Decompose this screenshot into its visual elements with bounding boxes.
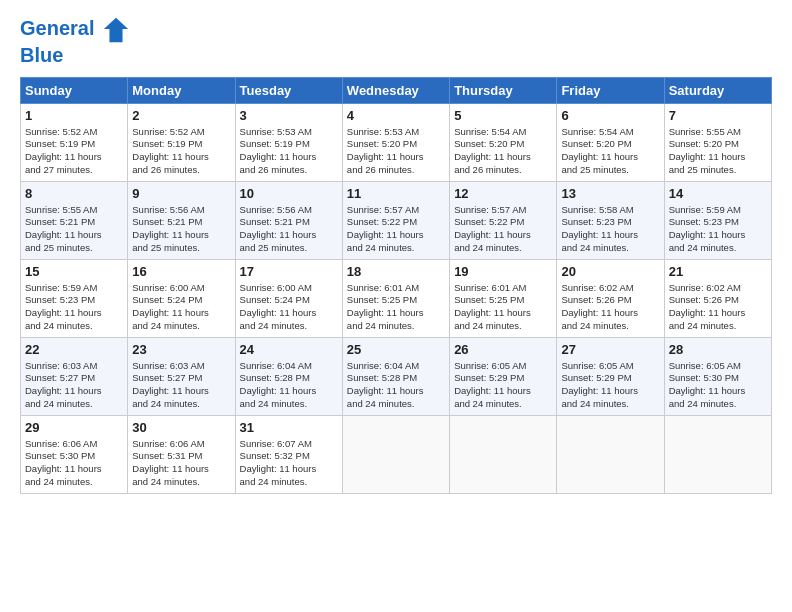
day-number: 15 <box>25 263 123 281</box>
cell-line: Daylight: 11 hours <box>347 307 445 320</box>
day-number: 6 <box>561 107 659 125</box>
calendar-cell <box>557 416 664 494</box>
cell-line: Daylight: 11 hours <box>561 151 659 164</box>
calendar-cell: 9Sunrise: 5:56 AMSunset: 5:21 PMDaylight… <box>128 182 235 260</box>
day-number: 7 <box>669 107 767 125</box>
cell-line: Daylight: 11 hours <box>454 229 552 242</box>
calendar-cell: 20Sunrise: 6:02 AMSunset: 5:26 PMDayligh… <box>557 260 664 338</box>
cell-line: and 25 minutes. <box>561 164 659 177</box>
day-number: 22 <box>25 341 123 359</box>
cell-line: Sunset: 5:22 PM <box>454 216 552 229</box>
day-number: 4 <box>347 107 445 125</box>
cell-line: Daylight: 11 hours <box>240 151 338 164</box>
calendar-cell <box>342 416 449 494</box>
cell-line: Sunset: 5:27 PM <box>132 372 230 385</box>
cell-line: and 24 minutes. <box>25 476 123 489</box>
cell-line: Sunset: 5:21 PM <box>240 216 338 229</box>
day-number: 24 <box>240 341 338 359</box>
day-number: 11 <box>347 185 445 203</box>
cell-line: Sunset: 5:19 PM <box>240 138 338 151</box>
cell-line: and 24 minutes. <box>669 242 767 255</box>
cell-line: Sunrise: 6:00 AM <box>240 282 338 295</box>
cell-line: and 25 minutes. <box>240 242 338 255</box>
cell-line: Daylight: 11 hours <box>240 307 338 320</box>
cell-line: Sunrise: 5:59 AM <box>669 204 767 217</box>
cell-line: Daylight: 11 hours <box>25 229 123 242</box>
page: General Blue SundayMondayTuesdayWednesda… <box>0 0 792 612</box>
calendar-cell: 27Sunrise: 6:05 AMSunset: 5:29 PMDayligh… <box>557 338 664 416</box>
cell-line: and 26 minutes. <box>454 164 552 177</box>
cell-line: Sunrise: 6:05 AM <box>669 360 767 373</box>
weekday-header-tuesday: Tuesday <box>235 78 342 104</box>
cell-line: Sunrise: 6:02 AM <box>561 282 659 295</box>
cell-line: Daylight: 11 hours <box>669 307 767 320</box>
cell-line: Sunrise: 5:55 AM <box>669 126 767 139</box>
cell-line: Sunrise: 6:03 AM <box>132 360 230 373</box>
cell-line: Sunrise: 5:56 AM <box>132 204 230 217</box>
cell-line: Sunset: 5:24 PM <box>132 294 230 307</box>
cell-line: and 26 minutes. <box>132 164 230 177</box>
cell-line: and 24 minutes. <box>132 320 230 333</box>
cell-line: Sunrise: 5:53 AM <box>347 126 445 139</box>
calendar-cell: 15Sunrise: 5:59 AMSunset: 5:23 PMDayligh… <box>21 260 128 338</box>
weekday-header-friday: Friday <box>557 78 664 104</box>
cell-line: and 24 minutes. <box>132 398 230 411</box>
day-number: 14 <box>669 185 767 203</box>
calendar-cell: 12Sunrise: 5:57 AMSunset: 5:22 PMDayligh… <box>450 182 557 260</box>
cell-line: and 27 minutes. <box>25 164 123 177</box>
cell-line: and 24 minutes. <box>240 320 338 333</box>
day-number: 25 <box>347 341 445 359</box>
day-number: 12 <box>454 185 552 203</box>
calendar-cell: 18Sunrise: 6:01 AMSunset: 5:25 PMDayligh… <box>342 260 449 338</box>
day-number: 30 <box>132 419 230 437</box>
cell-line: Daylight: 11 hours <box>240 463 338 476</box>
cell-line: Sunrise: 6:03 AM <box>25 360 123 373</box>
cell-line: and 24 minutes. <box>669 320 767 333</box>
calendar-cell: 23Sunrise: 6:03 AMSunset: 5:27 PMDayligh… <box>128 338 235 416</box>
day-number: 16 <box>132 263 230 281</box>
cell-line: Sunset: 5:20 PM <box>561 138 659 151</box>
cell-line: Daylight: 11 hours <box>25 463 123 476</box>
cell-line: and 26 minutes. <box>347 164 445 177</box>
cell-line: Daylight: 11 hours <box>347 229 445 242</box>
day-number: 8 <box>25 185 123 203</box>
cell-line: Daylight: 11 hours <box>132 385 230 398</box>
calendar-cell: 14Sunrise: 5:59 AMSunset: 5:23 PMDayligh… <box>664 182 771 260</box>
day-number: 19 <box>454 263 552 281</box>
day-number: 17 <box>240 263 338 281</box>
cell-line: Sunrise: 6:06 AM <box>132 438 230 451</box>
calendar-cell: 4Sunrise: 5:53 AMSunset: 5:20 PMDaylight… <box>342 104 449 182</box>
cell-line: Sunset: 5:24 PM <box>240 294 338 307</box>
cell-line: Sunset: 5:20 PM <box>347 138 445 151</box>
cell-line: Sunset: 5:23 PM <box>25 294 123 307</box>
cell-line: Sunrise: 5:53 AM <box>240 126 338 139</box>
cell-line: Sunrise: 5:57 AM <box>454 204 552 217</box>
cell-line: and 24 minutes. <box>669 398 767 411</box>
cell-line: Sunrise: 5:52 AM <box>25 126 123 139</box>
cell-line: Daylight: 11 hours <box>347 385 445 398</box>
calendar-cell: 17Sunrise: 6:00 AMSunset: 5:24 PMDayligh… <box>235 260 342 338</box>
cell-line: and 24 minutes. <box>561 398 659 411</box>
calendar-cell: 25Sunrise: 6:04 AMSunset: 5:28 PMDayligh… <box>342 338 449 416</box>
calendar-cell: 6Sunrise: 5:54 AMSunset: 5:20 PMDaylight… <box>557 104 664 182</box>
cell-line: Sunrise: 6:04 AM <box>240 360 338 373</box>
day-number: 9 <box>132 185 230 203</box>
day-number: 13 <box>561 185 659 203</box>
cell-line: Sunrise: 6:07 AM <box>240 438 338 451</box>
cell-line: Sunset: 5:30 PM <box>25 450 123 463</box>
day-number: 23 <box>132 341 230 359</box>
cell-line: and 25 minutes. <box>669 164 767 177</box>
calendar-cell: 8Sunrise: 5:55 AMSunset: 5:21 PMDaylight… <box>21 182 128 260</box>
calendar-cell: 1Sunrise: 5:52 AMSunset: 5:19 PMDaylight… <box>21 104 128 182</box>
cell-line: Sunrise: 5:57 AM <box>347 204 445 217</box>
logo-icon <box>102 16 130 44</box>
day-number: 29 <box>25 419 123 437</box>
calendar-cell <box>450 416 557 494</box>
cell-line: Sunset: 5:31 PM <box>132 450 230 463</box>
cell-line: Sunset: 5:29 PM <box>454 372 552 385</box>
cell-line: and 24 minutes. <box>347 320 445 333</box>
cell-line: Sunset: 5:30 PM <box>669 372 767 385</box>
cell-line: Sunrise: 6:01 AM <box>347 282 445 295</box>
day-number: 26 <box>454 341 552 359</box>
cell-line: Daylight: 11 hours <box>25 385 123 398</box>
